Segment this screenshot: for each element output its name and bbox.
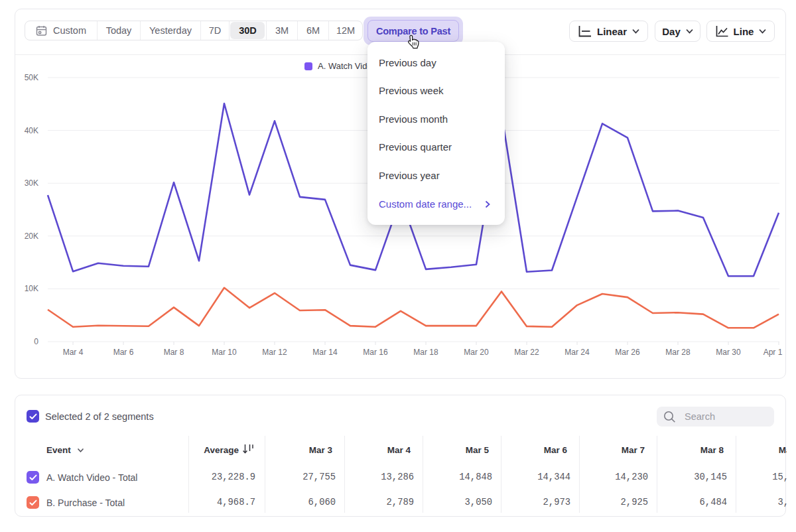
svg-text:Mar 22: Mar 22 (514, 348, 539, 357)
svg-text:Mar 30: Mar 30 (716, 348, 741, 357)
svg-text:Mar 26: Mar 26 (615, 348, 640, 357)
svg-text:30K: 30K (25, 178, 38, 188)
svg-text:10K: 10K (25, 284, 38, 293)
svg-text:20K: 20K (25, 232, 38, 241)
svg-text:Mar 14: Mar 14 (312, 348, 338, 357)
svg-text:50K: 50K (25, 73, 38, 82)
svg-text:Mar 10: Mar 10 (212, 348, 237, 357)
svg-text:Mar 18: Mar 18 (413, 348, 438, 357)
svg-text:40K: 40K (25, 126, 38, 135)
svg-text:Mar 6: Mar 6 (113, 348, 134, 357)
svg-text:Mar 16: Mar 16 (363, 348, 388, 357)
svg-text:Apr 1: Apr 1 (763, 348, 783, 357)
svg-text:0: 0 (34, 337, 38, 346)
svg-text:Mar 28: Mar 28 (665, 348, 691, 357)
svg-text:Mar 24: Mar 24 (564, 348, 590, 357)
svg-text:Mar 12: Mar 12 (262, 348, 287, 357)
svg-text:Mar 20: Mar 20 (464, 348, 489, 357)
svg-text:Mar 8: Mar 8 (164, 348, 184, 357)
svg-text:Mar 4: Mar 4 (63, 348, 84, 357)
